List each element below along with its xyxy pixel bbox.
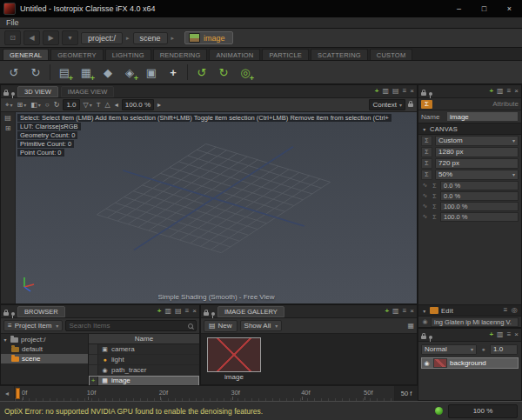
text-overlay-toggle[interactable]: T xyxy=(96,101,102,109)
panel-pin-icon[interactable] xyxy=(429,83,432,99)
image-thumbnail[interactable] xyxy=(207,337,261,372)
panel-close-icon[interactable]: × xyxy=(410,88,414,95)
panel-layout-icon[interactable]: ▤ xyxy=(175,308,182,315)
panel-add-icon[interactable]: + xyxy=(385,308,389,315)
menu-file[interactable]: File xyxy=(6,18,19,27)
display-mode-dropdown[interactable]: ⊞▾ xyxy=(17,101,28,109)
panel-layout-icon[interactable]: ▤ xyxy=(392,88,399,95)
panel-close-icon[interactable]: × xyxy=(514,88,519,95)
tab-general[interactable]: GENERAL xyxy=(3,49,49,60)
list-header-name[interactable]: Name xyxy=(89,334,199,344)
zoom-out-button[interactable]: ◂ xyxy=(114,101,119,109)
tree-item-project[interactable]: ▾ project:/ xyxy=(1,335,88,344)
wireframe-toggle[interactable]: △ xyxy=(104,101,111,109)
document-tab-image[interactable]: image xyxy=(184,31,233,44)
tab-geometry[interactable]: GEOMETRY xyxy=(50,49,103,60)
scale-dropdown[interactable]: 50% ▾ xyxy=(435,170,519,180)
panel-add-icon[interactable]: + xyxy=(489,88,493,95)
link-dot-icon[interactable]: ● xyxy=(479,346,487,352)
tab-lighting[interactable]: LIGHTING xyxy=(105,49,151,60)
rotate-view-button[interactable]: ↻ xyxy=(53,101,61,109)
panel-close-icon[interactable]: × xyxy=(192,308,197,315)
close-button[interactable]: × xyxy=(497,0,522,17)
opacity-field[interactable]: 1.0 xyxy=(490,344,518,355)
percent-field[interactable]: 0.0 % xyxy=(440,191,519,201)
range-start-icon[interactable]: ◂ xyxy=(0,386,15,401)
percent-field[interactable]: 0.0 % xyxy=(440,181,519,190)
sigma-expression-icon[interactable]: Σ xyxy=(421,100,432,109)
tree-item-scene[interactable]: scene xyxy=(1,354,88,363)
gamma-field[interactable]: 1.0 xyxy=(63,99,79,110)
list-item-camera[interactable]: ▣ camera xyxy=(89,344,199,355)
sigma-icon[interactable]: Σ xyxy=(421,170,432,180)
render-scene-button[interactable]: ↺ xyxy=(192,63,211,82)
curve-icon[interactable]: ∿ xyxy=(421,192,429,199)
name-input[interactable] xyxy=(446,111,519,122)
lighting-toggle[interactable]: ○ xyxy=(44,101,50,109)
edit-explore-icon[interactable]: ◎ xyxy=(512,307,518,314)
panel-split-icon[interactable]: ▥ xyxy=(165,308,172,315)
percent-field[interactable]: 100.0 % xyxy=(440,212,519,222)
maximize-button[interactable]: □ xyxy=(472,0,497,17)
create-item-button[interactable]: ▦+ xyxy=(77,63,96,82)
timeline[interactable]: ◂ 0f 10f 20f 30f 40f 50f 50 f xyxy=(0,385,418,401)
sigma-icon[interactable]: Σ xyxy=(431,214,438,220)
transform-button[interactable]: + xyxy=(164,63,183,82)
playhead-handle[interactable] xyxy=(16,388,20,399)
gallery-view-icon[interactable]: ▦ xyxy=(407,323,414,330)
explorer-button[interactable]: ◎+ xyxy=(236,63,255,82)
browser-search-box[interactable] xyxy=(65,320,197,331)
context-dropdown[interactable]: Context▾ xyxy=(369,99,405,110)
panel-menu-icon[interactable]: ≡ xyxy=(507,88,512,95)
panel-menu-icon[interactable]: ≡ xyxy=(403,88,407,95)
render-image-button[interactable]: ↻ xyxy=(214,63,233,82)
panel-split-icon[interactable]: ▥ xyxy=(392,308,399,315)
row-expand-icon[interactable]: + xyxy=(89,376,98,385)
zoom-in-button[interactable]: ▸ xyxy=(157,101,162,109)
panel-close-icon[interactable]: × xyxy=(410,308,414,315)
section-collapse-icon[interactable]: ▾ xyxy=(422,126,427,132)
history-back-button[interactable]: ◀ xyxy=(23,30,40,45)
sigma-icon[interactable]: Σ xyxy=(421,136,432,146)
view-camera-dropdown[interactable]: ⌖▾ xyxy=(4,101,14,110)
list-item-light[interactable]: ● light xyxy=(89,355,199,365)
browser-filter-dropdown[interactable]: ≡ Project Item ▾ xyxy=(3,320,63,331)
panel-split-icon[interactable]: ▥ xyxy=(383,88,390,95)
sigma-icon[interactable]: Σ xyxy=(421,158,432,169)
panel-split-icon[interactable]: ▥ xyxy=(497,88,504,95)
create-context-button[interactable]: ▤+ xyxy=(55,63,74,82)
filter-dropdown[interactable]: ▽▾ xyxy=(83,101,93,109)
panel-add-icon[interactable]: + xyxy=(375,88,379,95)
tab-rendering[interactable]: RENDERING xyxy=(153,49,208,60)
timeline-ruler[interactable]: 0f 10f 20f 30f 40f 50f xyxy=(15,386,394,401)
edit-section-header[interactable]: ▾ Edit ≡ ◎ xyxy=(418,304,521,317)
width-field[interactable]: 1280 px xyxy=(435,147,519,157)
blend-mode-dropdown[interactable]: Normal ▾ xyxy=(421,344,477,355)
tab-image-gallery[interactable]: IMAGE GALLERY xyxy=(218,306,284,317)
tab-particle[interactable]: PARTICLE xyxy=(262,49,309,60)
panel-lock-icon[interactable] xyxy=(421,83,426,99)
nav-dropdown-icon[interactable]: ▾ xyxy=(62,30,78,45)
sigma-icon[interactable]: Σ xyxy=(431,183,438,189)
panel-add-icon[interactable]: + xyxy=(489,331,493,338)
panel-menu-icon[interactable]: ≡ xyxy=(507,331,512,338)
panel-menu-icon[interactable]: ≡ xyxy=(403,308,407,315)
zoom-level-field[interactable]: 100.0 % xyxy=(122,99,154,110)
window-menu-icon[interactable]: ⊡ xyxy=(4,30,21,45)
edit-entry-row[interactable]: ◉ ing Glaten ip Mi lacenng V. xyxy=(418,317,521,327)
redo-button[interactable]: ↻ xyxy=(26,63,45,82)
curve-icon[interactable]: ∿ xyxy=(421,213,429,220)
panel-split-icon[interactable]: ▥ xyxy=(497,331,504,338)
undo-button[interactable]: ↺ xyxy=(4,63,23,82)
panel-add-icon[interactable]: + xyxy=(157,308,162,315)
sigma-icon[interactable]: Σ xyxy=(421,147,432,157)
layer-item-background[interactable]: ◉ background xyxy=(421,357,519,369)
resolution-preset-dropdown[interactable]: Custom ▾ xyxy=(435,136,519,146)
tab-custom[interactable]: CUSTOM xyxy=(370,49,413,60)
tab-animation[interactable]: ANIMATION xyxy=(209,49,260,60)
context-lock-icon[interactable] xyxy=(408,101,413,109)
panel-pin-icon[interactable] xyxy=(211,303,215,319)
gutter-grid-icon[interactable]: ⊞ xyxy=(5,125,11,132)
sigma-icon[interactable]: Σ xyxy=(431,203,438,210)
breadcrumb-project[interactable]: project:/ xyxy=(81,32,123,44)
